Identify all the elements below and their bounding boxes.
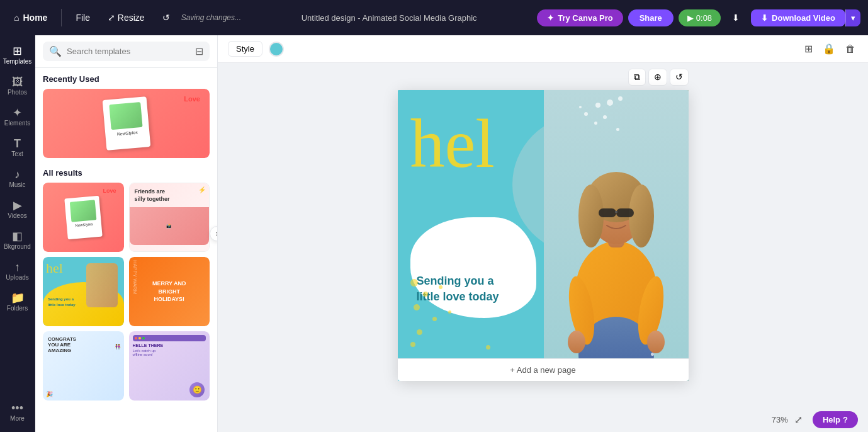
all-results-grid: NewStyles Love Friends aresilly together… xyxy=(43,183,210,401)
search-input[interactable] xyxy=(67,47,190,56)
svg-rect-8 xyxy=(599,208,616,217)
toolbar-right: ⊞ 🔒 🗑 xyxy=(802,40,858,57)
zoom-fit-button[interactable]: ⤢ xyxy=(792,411,805,428)
canvas-toolbar: Style ⊞ 🔒 🗑 xyxy=(218,35,868,63)
main-content: ⊞ Templates 🖼 Photos ✦ Elements T Text ♪… xyxy=(0,35,868,432)
canvas-area: Style ⊞ 🔒 🗑 ⧉ ⊕ ↺ xyxy=(218,35,868,432)
sidebar-item-uploads[interactable]: ↑ Uploads xyxy=(1,256,34,286)
export-button[interactable]: ⬇ xyxy=(726,9,746,26)
home-button[interactable]: ⌂ Home xyxy=(8,9,54,26)
copy-page-button[interactable]: ⊕ xyxy=(648,69,667,86)
sidebar-item-label: Bkground xyxy=(4,243,31,250)
file-button[interactable]: File xyxy=(69,9,96,26)
templates-panel: 🔍 ⊟ Recently Used NewStyles Love xyxy=(35,35,218,432)
play-button[interactable]: ▶ 0:08 xyxy=(679,9,721,26)
search-icon: 🔍 xyxy=(49,45,62,57)
help-icon: ? xyxy=(843,415,848,424)
template-thumb-1[interactable]: NewStyles Love xyxy=(43,183,124,252)
template-thumb-2[interactable]: Friends aresilly together 📸 ⚡ xyxy=(129,183,210,252)
canvas-action-bar: ⧉ ⊕ ↺ xyxy=(628,69,689,86)
duplicate-page-button[interactable]: ⧉ xyxy=(628,69,646,86)
lock-icon-button[interactable]: 🔒 xyxy=(820,40,838,57)
refresh-button[interactable]: ↺ xyxy=(670,69,689,86)
music-icon: ♪ xyxy=(14,169,20,180)
canvas-photo xyxy=(544,90,689,381)
sidebar-item-photos[interactable]: 🖼 Photos xyxy=(1,71,34,101)
template-thumb-5[interactable]: CONGRATSYOU AREAMAZING 🎉 👭 xyxy=(43,331,124,401)
sidebar-item-label: Uploads xyxy=(6,274,29,281)
sidebar-item-text[interactable]: T Text xyxy=(1,133,34,162)
share-button[interactable]: Share xyxy=(628,9,674,26)
sidebar-item-videos[interactable]: ▶ Videos xyxy=(1,195,34,224)
play-time: 0:08 xyxy=(696,13,712,23)
text-icon: T xyxy=(14,138,21,149)
template-thumb-3[interactable]: Sending you alittle love today hel xyxy=(43,257,124,326)
sidebar-item-folders[interactable]: 📁 Folders xyxy=(1,287,34,317)
try-canva-pro-button[interactable]: ✦ Try Canva Pro xyxy=(537,9,623,26)
folders-icon: 📁 xyxy=(11,292,25,304)
zoom-level: 73% xyxy=(772,415,788,424)
sidebar-item-templates[interactable]: ⊞ Templates xyxy=(1,40,34,70)
resize-label: Resize xyxy=(118,13,145,23)
zoom-info: 73% ⤢ xyxy=(772,411,805,428)
sidebar-item-label: Text xyxy=(11,151,23,157)
topbar-right-actions: ✦ Try Canva Pro Share ▶ 0:08 ⬇ ⬇ Downloa… xyxy=(537,9,860,26)
try-pro-label: Try Canva Pro xyxy=(558,13,612,23)
grid-icon-button[interactable]: ⊞ xyxy=(802,40,815,57)
home-icon: ⌂ xyxy=(14,13,19,23)
trash-icon-button[interactable]: 🗑 xyxy=(843,40,858,57)
photos-icon: 🖼 xyxy=(12,76,23,88)
sidebar-item-elements[interactable]: ✦ Elements xyxy=(1,102,34,132)
sidebar-item-label: Music xyxy=(9,181,25,188)
svg-rect-9 xyxy=(616,208,634,217)
search-input-wrap: 🔍 ⊟ xyxy=(43,42,210,61)
style-button[interactable]: Style xyxy=(228,41,262,57)
all-results-title: All results xyxy=(43,168,210,178)
undo-button[interactable]: ↺ xyxy=(156,9,176,26)
canvas-bottom-bar: 73% ⤢ Help ? xyxy=(218,407,868,432)
sidebar-item-label: Elements xyxy=(4,120,31,127)
download-group: ⬇ Download Video ▾ xyxy=(751,9,860,26)
template-thumb-recent-1[interactable]: NewStyles Love xyxy=(43,89,210,158)
svg-rect-10 xyxy=(615,211,617,213)
sidebar-item-label: Videos xyxy=(8,212,26,219)
background-icon: ◧ xyxy=(12,230,23,242)
resize-button[interactable]: ⤢ Resize xyxy=(101,9,151,26)
more-icon: ••• xyxy=(11,402,23,414)
download-video-button[interactable]: ⬇ Download Video xyxy=(751,9,845,26)
svg-point-7 xyxy=(629,185,654,247)
template-thumb-6[interactable]: HELLE THERE Let's catch upoffline soon! … xyxy=(129,331,210,401)
topbar-separator xyxy=(61,9,62,26)
template-thumb-4[interactable]: MERRY ANDBRIGHTHOLIDAYS! HAPPY WARM xyxy=(129,257,210,326)
sidebar-item-background[interactable]: ◧ Bkground xyxy=(1,225,34,255)
home-label: Home xyxy=(23,13,47,23)
recently-used-grid: NewStyles Love xyxy=(43,89,210,158)
videos-icon: ▶ xyxy=(13,200,22,211)
elements-icon: ✦ xyxy=(13,107,22,118)
sidebar-item-label: Folders xyxy=(7,305,28,312)
download-options-button[interactable]: ▾ xyxy=(845,9,860,26)
help-button[interactable]: Help ? xyxy=(813,411,858,428)
topbar: ⌂ Home File ⤢ Resize ↺ Saving changes...… xyxy=(0,0,868,35)
chevron-down-icon: ▾ xyxy=(851,13,855,23)
search-bar: 🔍 ⊟ xyxy=(35,35,217,68)
filter-button[interactable]: ⊟ xyxy=(195,45,203,57)
sidebar-item-more[interactable]: ••• More xyxy=(1,397,34,427)
sidebar-item-label: Templates xyxy=(3,58,32,65)
recently-used-title: Recently Used xyxy=(43,74,210,84)
download-label: Download Video xyxy=(772,13,835,23)
sidebar-item-label: Photos xyxy=(8,89,27,96)
color-swatch[interactable] xyxy=(269,42,284,57)
add-new-page-button[interactable]: + Add a new page xyxy=(398,358,689,381)
left-sidebar: ⊞ Templates 🖼 Photos ✦ Elements T Text ♪… xyxy=(0,35,35,432)
uploads-icon: ↑ xyxy=(14,261,20,273)
svg-point-14 xyxy=(647,331,665,353)
templates-icon: ⊞ xyxy=(13,45,22,57)
resize-icon: ⤢ xyxy=(108,13,115,23)
templates-scroll: Recently Used NewStyles Love All resu xyxy=(35,68,217,432)
design-canvas[interactable]: hel xyxy=(398,90,689,381)
canvas-main: ⧉ ⊕ ↺ hel xyxy=(218,63,868,407)
canvas-sending-text: Sending you a little love today xyxy=(417,273,499,305)
sidebar-item-music[interactable]: ♪ Music xyxy=(1,164,34,193)
document-title: Untitled design - Animated Social Media … xyxy=(246,13,532,23)
